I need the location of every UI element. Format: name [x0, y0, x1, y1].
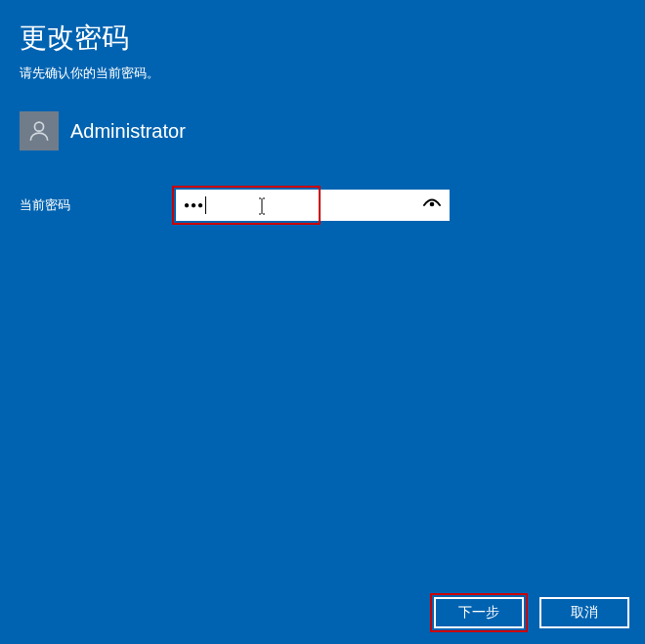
password-field-row: 当前密码 ●●● [20, 190, 625, 221]
password-value-masked: ●●● [176, 190, 204, 221]
page-title: 更改密码 [20, 20, 625, 57]
footer-buttons: 下一步 取消 [434, 597, 629, 628]
next-button[interactable]: 下一步 [434, 597, 524, 628]
user-row: Administrator [20, 111, 625, 150]
svg-point-0 [34, 122, 43, 131]
password-input[interactable]: ●●● [176, 190, 450, 221]
cancel-button[interactable]: 取消 [539, 597, 629, 628]
ibeam-cursor-icon [256, 197, 268, 219]
password-label: 当前密码 [20, 196, 166, 214]
avatar [20, 111, 59, 150]
text-caret [205, 196, 206, 214]
page-subtitle: 请先确认你的当前密码。 [20, 64, 625, 82]
username-label: Administrator [70, 120, 186, 143]
user-icon [26, 118, 52, 144]
svg-point-1 [430, 202, 435, 207]
reveal-password-icon[interactable] [422, 196, 442, 214]
